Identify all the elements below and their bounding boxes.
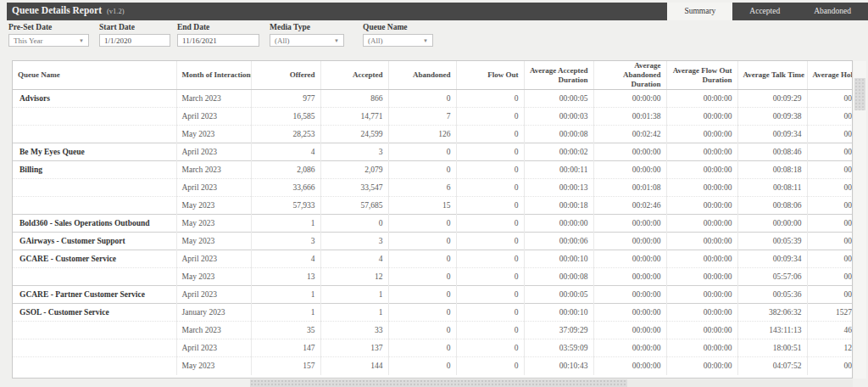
cell-avg-talk-time: 143:11:13 xyxy=(737,322,807,339)
cell-accepted: 866 xyxy=(320,90,388,108)
cell-queue-name: Be My Eyes Queue xyxy=(13,143,176,161)
start-date-input[interactable] xyxy=(99,34,170,47)
cell-avg-abandoned-duration: 00:00:00 xyxy=(593,233,666,250)
column-header-avg-accepted-duration[interactable]: Average Accepted Duration xyxy=(524,61,593,90)
tab-summary[interactable]: Summary xyxy=(667,3,732,20)
cell-abandoned: 6 xyxy=(388,179,456,197)
cell-avg-hold: 1527 xyxy=(807,304,853,322)
cell-avg-accepted-duration: 37:09:29 xyxy=(524,322,593,339)
cell-avg-accepted-duration: 00:00:08 xyxy=(524,268,593,286)
cell-avg-flow-out-duration: 00:00:00 xyxy=(666,126,737,143)
column-header-avg-hold[interactable]: Average Hold xyxy=(807,61,853,90)
cell-month-of-interactions: January 2023 xyxy=(176,304,251,322)
end-date-input[interactable] xyxy=(177,34,259,47)
tab-abandoned[interactable]: Abandoned xyxy=(797,3,868,20)
column-header-avg-flow-out-duration[interactable]: Average Flow Out Duration xyxy=(666,61,737,90)
cell-month-of-interactions: April 2023 xyxy=(176,179,251,197)
cell-offered: 3 xyxy=(251,233,320,250)
cell-avg-abandoned-duration: 00:00:00 xyxy=(593,90,666,108)
cell-month-of-interactions: March 2023 xyxy=(176,90,251,108)
table-row: GCARE - Partner Customer ServiceApril 20… xyxy=(13,286,853,304)
column-header-queue-name[interactable]: Queue Name xyxy=(13,61,176,90)
cell-accepted: 3 xyxy=(320,233,388,250)
cell-month-of-interactions: May 2023 xyxy=(176,197,251,215)
cell-offered: 977 xyxy=(251,90,320,108)
cell-month-of-interactions: May 2023 xyxy=(176,126,251,143)
cell-avg-talk-time: 05:57:06 xyxy=(737,268,807,286)
cell-avg-talk-time: 00:09:34 xyxy=(737,250,807,268)
cell-avg-accepted-duration: 00:00:08 xyxy=(524,126,593,143)
table-row: April 202333,66633,5476000:00:1300:01:08… xyxy=(13,179,853,197)
cell-month-of-interactions: April 2023 xyxy=(176,143,251,161)
queue-name-select[interactable]: (All) ▼ xyxy=(363,34,433,47)
table-row: AdvisorsMarch 20239778660000:00:0500:00:… xyxy=(13,90,853,108)
report-tabs: Summary Accepted Abandoned xyxy=(667,3,868,20)
cell-flow-out: 0 xyxy=(456,143,524,161)
preset-date-select[interactable]: This Year ▼ xyxy=(8,34,89,47)
cell-accepted: 14,771 xyxy=(320,108,388,126)
page-title: Queue Details Report (v1.2) xyxy=(12,5,124,15)
cell-offered: 4 xyxy=(251,250,320,268)
cell-flow-out: 0 xyxy=(456,197,524,215)
column-header-avg-talk-time[interactable]: Average Talk Time xyxy=(737,61,807,90)
filter-media-type: Media Type (All) ▼ xyxy=(270,23,344,47)
cell-month-of-interactions: May 2023 xyxy=(176,357,251,375)
cell-avg-hold: 00 xyxy=(807,250,853,268)
cell-flow-out: 0 xyxy=(456,250,524,268)
table-row: April 202316,58514,7717000:00:0300:01:38… xyxy=(13,108,853,126)
tab-accepted[interactable]: Accepted xyxy=(732,3,797,20)
cell-flow-out: 0 xyxy=(456,339,524,357)
cell-queue-name: Bold360 - Sales Operations Outbound xyxy=(13,215,176,233)
cell-flow-out: 0 xyxy=(456,357,524,375)
column-header-offered[interactable]: Offered xyxy=(251,61,320,90)
cell-offered: 157 xyxy=(251,357,320,375)
cell-queue-name xyxy=(13,268,176,286)
queue-details-table: Queue Name Month of Interactions Offered… xyxy=(12,60,853,379)
cell-accepted: 57,685 xyxy=(320,197,388,215)
column-header-abandoned[interactable]: Abandoned xyxy=(388,61,456,90)
cell-avg-flow-out-duration: 00:00:00 xyxy=(666,90,737,108)
table-body: AdvisorsMarch 20239778660000:00:0500:00:… xyxy=(13,90,853,375)
cell-abandoned: 0 xyxy=(388,233,456,250)
cell-avg-flow-out-duration: 00:00:00 xyxy=(666,108,737,126)
chevron-down-icon: ▼ xyxy=(334,38,339,43)
cell-accepted: 2,079 xyxy=(320,161,388,179)
cell-avg-accepted-duration: 00:00:10 xyxy=(524,250,593,268)
cell-accepted: 1 xyxy=(320,286,388,304)
vertical-scrollbar-thumb[interactable] xyxy=(854,78,865,110)
media-type-select[interactable]: (All) ▼ xyxy=(270,34,344,47)
table-row: Bold360 - Sales Operations OutboundMay 2… xyxy=(13,215,853,233)
preset-date-label: Pre-Set Date xyxy=(8,23,89,31)
column-header-flow-out[interactable]: Flow Out xyxy=(456,61,524,90)
horizontal-scrollbar-thumb[interactable] xyxy=(250,379,627,387)
cell-avg-hold: 00 xyxy=(807,268,853,286)
column-header-avg-abandoned-duration[interactable]: Average Abandoned Duration xyxy=(593,61,666,90)
table-header-row: Queue Name Month of Interactions Offered… xyxy=(13,61,853,90)
cell-flow-out: 0 xyxy=(456,126,524,143)
cell-offered: 1 xyxy=(251,304,320,322)
cell-avg-abandoned-duration: 00:01:08 xyxy=(593,179,666,197)
cell-avg-accepted-duration: 00:00:18 xyxy=(524,197,593,215)
cell-abandoned: 0 xyxy=(388,215,456,233)
queue-name-value: (All) xyxy=(368,36,383,45)
cell-avg-flow-out-duration: 00:00:00 xyxy=(666,161,737,179)
column-header-accepted[interactable]: Accepted xyxy=(320,61,388,90)
table-row: GAirways - Customer SupportMay 202333000… xyxy=(13,233,853,250)
cell-avg-flow-out-duration: 00:00:00 xyxy=(666,357,737,375)
cell-avg-abandoned-duration: 00:00:00 xyxy=(593,357,666,375)
cell-flow-out: 0 xyxy=(456,286,524,304)
cell-abandoned: 0 xyxy=(388,268,456,286)
cell-avg-accepted-duration: 00:00:10 xyxy=(524,304,593,322)
cell-queue-name: Advisors xyxy=(13,90,176,108)
cell-month-of-interactions: March 2023 xyxy=(176,161,251,179)
cell-abandoned: 0 xyxy=(388,304,456,322)
cell-queue-name: GCARE - Partner Customer Service xyxy=(13,286,176,304)
column-header-month-of-interactions[interactable]: Month of Interactions xyxy=(176,61,251,90)
cell-avg-talk-time: 04:07:52 xyxy=(737,357,807,375)
media-type-value: (All) xyxy=(275,36,290,45)
cell-month-of-interactions: April 2023 xyxy=(176,286,251,304)
table-row: March 202335330037:09:2900:00:0000:00:00… xyxy=(13,322,853,339)
start-date-label: Start Date xyxy=(99,23,170,31)
cell-avg-hold: 00 xyxy=(807,215,853,233)
cell-avg-hold: 00 xyxy=(807,357,853,375)
